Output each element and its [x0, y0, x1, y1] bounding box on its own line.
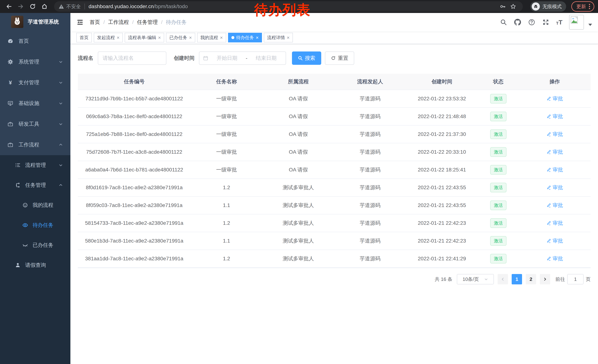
sidebar-item-leave-query[interactable]: 请假查询 [0, 255, 70, 275]
question-icon[interactable] [528, 18, 535, 26]
font-size-icon[interactable]: TT [556, 19, 562, 25]
close-tag-icon[interactable]: × [158, 35, 161, 40]
create-time-cell: 2022-01-21 22:43:55 [406, 200, 478, 210]
eye-closed-icon [22, 242, 28, 248]
task-name-cell: 一级审批 [191, 164, 263, 176]
table-row: 58154733-7ac8-11ec-a9e2-a2380e71991a 1.2… [78, 214, 590, 232]
task-id-cell: 8f0d1619-7ac8-11ec-a9e2-a2380e71991a [78, 182, 191, 193]
status-badge: 激活 [490, 236, 507, 246]
tag-start-process[interactable]: 发起流程× [94, 33, 123, 42]
status-badge: 激活 [490, 218, 507, 228]
page-size-select[interactable]: 10条/页 [457, 274, 494, 284]
col-task-id: 任务编号 [78, 76, 191, 87]
sidebar-item-done-tasks[interactable]: 已办任务 [0, 235, 70, 255]
face-icon [22, 202, 28, 208]
close-tag-icon[interactable]: × [189, 35, 192, 40]
task-name-cell: 1.1 [191, 200, 263, 210]
initiator-cell: 芋道源码 [334, 235, 406, 247]
chevron-right-icon [543, 277, 547, 281]
forward-icon[interactable] [16, 1, 26, 12]
close-tag-icon[interactable]: × [287, 35, 290, 40]
url-text[interactable]: dashboard.yudao.iocoder.cn/bpm/task/todo [89, 4, 188, 9]
reload-icon[interactable] [27, 1, 38, 12]
approve-link[interactable]: 审批 [546, 219, 563, 226]
create-time-cell: 2022-01-21 22:42:23 [406, 236, 478, 246]
browser-menu-icon[interactable] [589, 4, 590, 9]
task-id-cell: 381aa1dd-7ac8-11ec-a9e2-a2380e71991a [78, 253, 191, 264]
search-icon[interactable] [500, 18, 507, 26]
home-icon[interactable] [39, 1, 50, 12]
breadcrumb-home[interactable]: 首页 [90, 19, 100, 26]
tag-done-tasks[interactable]: 已办任务× [166, 33, 195, 42]
breadcrumb-task-mgmt[interactable]: 任务管理 [137, 19, 158, 26]
close-tag-icon[interactable]: × [220, 35, 223, 40]
tag-todo-tasks[interactable]: 待办任务× [228, 33, 262, 42]
approve-link[interactable]: 审批 [546, 131, 563, 138]
edit-icon [546, 238, 551, 243]
fullscreen-icon[interactable] [542, 18, 549, 26]
tag-process-detail[interactable]: 流程详情× [264, 33, 293, 42]
next-page-button[interactable] [540, 274, 550, 284]
key-icon[interactable] [498, 1, 508, 12]
star-icon[interactable] [508, 1, 518, 12]
incognito-label: 无痕模式 [542, 3, 562, 10]
date-range-input[interactable]: 开始日期 - 结束日期 [199, 51, 286, 65]
create-time-cell: 2022-01-21 22:41:29 [406, 253, 478, 264]
logo-image [11, 16, 23, 28]
collapse-sidebar-icon[interactable] [76, 18, 84, 26]
avatar-dropdown-icon[interactable] [588, 24, 592, 26]
sidebar-item-payment[interactable]: ¥ 支付管理 [0, 72, 70, 93]
process-cell: 测试多审批人 [262, 200, 334, 211]
approve-link[interactable]: 审批 [546, 166, 563, 173]
tag-home[interactable]: 首页 [76, 33, 92, 42]
sidebar-item-system[interactable]: 系统管理 [0, 51, 70, 72]
breadcrumb-workflow[interactable]: 工作流程 [108, 19, 129, 26]
table-row: 73211d9d-7b9b-11ec-b5b7-acde48001122 一级审… [78, 90, 590, 108]
page-button-1[interactable]: 1 [512, 274, 522, 284]
tag-my-process[interactable]: 我的流程× [197, 33, 226, 42]
annotation-overlay: 待办列表 [254, 1, 310, 19]
status-badge: 激活 [490, 147, 507, 157]
approve-link[interactable]: 审批 [546, 148, 563, 155]
initiator-cell: 芋道源码 [334, 146, 406, 158]
update-button[interactable]: 更新 [571, 1, 594, 12]
app-logo[interactable]: 芋道管理系统 [0, 13, 70, 31]
reset-button[interactable]: 重置 [325, 51, 354, 65]
total-count: 共 16 条 [435, 276, 452, 283]
approve-link[interactable]: 审批 [546, 255, 563, 262]
initiator-cell: 芋道源码 [334, 200, 406, 211]
sidebar-item-my-process[interactable]: 我的流程 [0, 195, 70, 215]
sidebar-item-home[interactable]: 首页 [0, 31, 70, 51]
close-tag-icon[interactable]: × [256, 35, 259, 40]
page-button-2[interactable]: 2 [526, 274, 536, 284]
sidebar-item-devtools[interactable]: 研发工具 [0, 114, 70, 134]
goto-page-input[interactable] [567, 274, 583, 284]
close-tag-icon[interactable]: × [117, 35, 119, 40]
goto-label: 前往 [555, 276, 565, 283]
approve-link[interactable]: 审批 [546, 237, 563, 244]
tag-form-edit[interactable]: 流程表单-编辑× [125, 33, 164, 42]
sidebar-item-infra[interactable]: 基础设施 [0, 93, 70, 114]
table-row: 8f059c03-7ac8-11ec-a9e2-a2380e71991a 1.1… [78, 197, 590, 214]
github-icon[interactable] [514, 18, 521, 26]
initiator-cell: 芋道源码 [334, 93, 406, 105]
approve-link[interactable]: 审批 [546, 95, 563, 102]
approve-link[interactable]: 审批 [546, 184, 563, 191]
security-label: 不安全 [66, 3, 81, 10]
app-title: 芋道管理系统 [28, 18, 59, 25]
sidebar-item-process-mgmt[interactable]: 流程管理 [0, 155, 70, 175]
search-button[interactable]: 搜索 [292, 51, 321, 65]
task-name-cell: 一级审批 [191, 146, 263, 158]
approve-link[interactable]: 审批 [546, 202, 563, 209]
back-icon[interactable] [4, 1, 14, 12]
sidebar-item-todo-tasks[interactable]: 待办任务 [0, 215, 70, 235]
sidebar-item-workflow[interactable]: 工作流程 [0, 134, 70, 155]
security-indicator[interactable]: 不安全 [58, 3, 81, 10]
avatar[interactable] [569, 15, 584, 30]
active-tag-dot [231, 36, 234, 39]
process-name-input[interactable] [98, 51, 166, 65]
col-action: 操作 [519, 76, 590, 87]
prev-page-button[interactable] [498, 274, 508, 284]
approve-link[interactable]: 审批 [546, 113, 563, 120]
sidebar-item-task-mgmt[interactable]: 任务管理 [0, 175, 70, 195]
